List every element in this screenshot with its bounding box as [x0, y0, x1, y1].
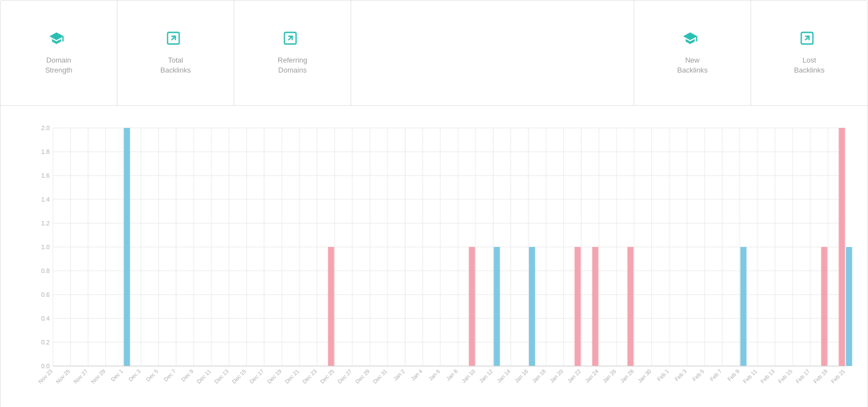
- grad-icon-new-backlinks: [682, 30, 698, 50]
- metric-referring-domains: ReferringDomains: [234, 1, 351, 105]
- metric-total-backlinks: TotalBacklinks: [117, 1, 234, 105]
- metric-top-lost-backlinks: [799, 30, 819, 50]
- bar-chart: [28, 117, 856, 402]
- metric-gap: [351, 1, 634, 105]
- metric-lost-backlinks: LostBacklinks: [751, 1, 867, 105]
- new-backlinks-label: NewBacklinks: [677, 55, 708, 75]
- metric-top-domain-strength: [49, 30, 69, 50]
- metrics-bar: DomainStrength TotalBacklinks: [1, 1, 867, 106]
- link-icon-total-backlinks: [166, 30, 181, 50]
- lost-backlinks-label: LostBacklinks: [794, 55, 825, 75]
- metric-top-referring-domains: [283, 30, 302, 50]
- total-backlinks-label: TotalBacklinks: [161, 55, 191, 75]
- metric-domain-strength: DomainStrength: [1, 1, 117, 105]
- metric-new-backlinks: NewBacklinks: [634, 1, 751, 105]
- domain-strength-label: DomainStrength: [45, 55, 72, 75]
- chart-area: [1, 106, 867, 407]
- link-icon-lost-backlinks: [799, 30, 815, 50]
- link-icon-referring-domains: [283, 30, 298, 50]
- metric-top-new-backlinks: [682, 30, 702, 50]
- grad-icon-domain-strength: [49, 30, 64, 50]
- metric-top-total-backlinks: [166, 30, 186, 50]
- dashboard-container: DomainStrength TotalBacklinks: [0, 0, 868, 407]
- referring-domains-label: ReferringDomains: [278, 55, 307, 75]
